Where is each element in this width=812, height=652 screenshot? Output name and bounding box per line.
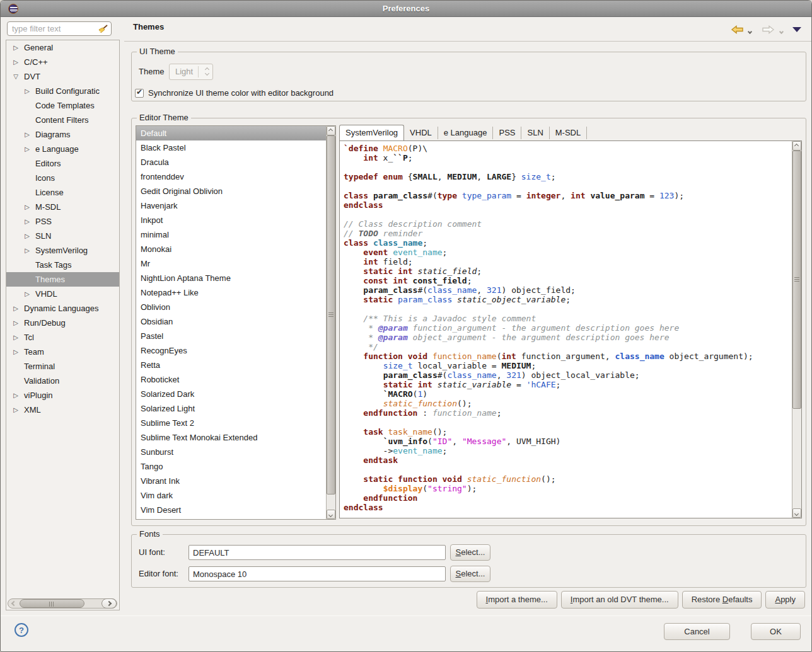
tree-item-c-c[interactable]: ▷C/C++: [6, 55, 119, 69]
theme-list-item-frontenddev[interactable]: frontenddev: [136, 169, 326, 184]
theme-list-item-black-pastel[interactable]: Black Pastel: [136, 140, 326, 155]
theme-list-item-dracula[interactable]: Dracula: [136, 155, 326, 169]
tree-item-general[interactable]: ▷General: [6, 40, 119, 55]
tab-systemverilog[interactable]: SystemVerilog: [339, 125, 404, 140]
expand-icon[interactable]: ▷: [23, 142, 32, 156]
expand-icon[interactable]: ▷: [11, 55, 20, 69]
tree-item-editors[interactable]: Editors: [6, 156, 119, 171]
expand-icon[interactable]: ▷: [11, 301, 20, 316]
scrollbar-thumb[interactable]: [20, 599, 84, 608]
tree-item-sln[interactable]: ▷SLN: [6, 229, 119, 243]
theme-list-item-sunburst[interactable]: Sunburst: [136, 445, 326, 459]
editor-font-select-button[interactable]: Select...: [450, 566, 490, 582]
clear-filter-brush-icon[interactable]: [97, 24, 108, 34]
tab-e-language[interactable]: e Language: [438, 127, 494, 139]
cancel-button[interactable]: Cancel: [664, 623, 730, 640]
apply-button[interactable]: Apply: [765, 591, 805, 609]
tab-sln[interactable]: SLN: [521, 127, 549, 139]
scroll-down-icon[interactable]: [327, 510, 335, 519]
expand-icon[interactable]: ▷: [23, 243, 32, 258]
back-history-dropdown-icon[interactable]: [748, 28, 751, 35]
theme-list-item-sublime-text-monokai-extended[interactable]: Sublime Text Monokai Extended: [136, 430, 326, 445]
collapse-icon[interactable]: ▽: [11, 69, 20, 84]
expand-icon[interactable]: ▷: [23, 287, 32, 301]
forward-icon[interactable]: [761, 23, 775, 36]
theme-list-item-notepad-like[interactable]: Notepad++ Like: [136, 285, 326, 300]
code-scrollbar[interactable]: [792, 141, 801, 518]
tree-item-content-filters[interactable]: Content Filters: [6, 113, 119, 127]
import-theme-button[interactable]: Import a theme...: [477, 591, 557, 609]
editor-font-input[interactable]: [188, 566, 446, 581]
tree-item-vhdl[interactable]: ▷VHDL: [6, 287, 119, 301]
expand-icon[interactable]: ▷: [23, 84, 32, 98]
scroll-up-icon[interactable]: [327, 126, 335, 135]
forward-history-dropdown-icon[interactable]: [780, 28, 783, 35]
scroll-right-icon[interactable]: [102, 598, 117, 609]
tab-vhdl[interactable]: VHDL: [404, 127, 438, 139]
view-menu-icon[interactable]: [792, 27, 801, 32]
theme-list-item-tango[interactable]: Tango: [136, 459, 326, 474]
tab-pss[interactable]: PSS: [493, 127, 521, 139]
theme-list-item-roboticket[interactable]: Roboticket: [136, 372, 326, 387]
theme-list-item-solarized-light[interactable]: Solarized Light: [136, 401, 326, 416]
theme-list-item-gedit-original-oblivion[interactable]: Gedit Original Oblivion: [136, 184, 326, 198]
expand-icon[interactable]: ▷: [23, 127, 32, 142]
expand-icon[interactable]: ▷: [11, 403, 20, 417]
theme-list-item-monokai[interactable]: Monokai: [136, 242, 326, 256]
titlebar[interactable]: Preferences: [1, 1, 811, 17]
expand-icon[interactable]: ▷: [23, 200, 32, 214]
scrollbar-thumb[interactable]: [792, 151, 801, 409]
import-old-dvt-theme-button[interactable]: Import an old DVT theme...: [561, 591, 678, 609]
expand-icon[interactable]: ▷: [11, 330, 20, 345]
expand-icon[interactable]: ▷: [11, 388, 20, 403]
tree-item-tcl[interactable]: ▷Tcl: [6, 330, 119, 345]
filter-input[interactable]: [11, 23, 93, 35]
ok-button[interactable]: OK: [751, 623, 801, 640]
help-button[interactable]: ?: [14, 623, 28, 637]
expand-icon[interactable]: ▷: [11, 40, 20, 55]
tree-item-terminal[interactable]: Terminal: [6, 359, 119, 374]
tree-item-m-sdl[interactable]: ▷M-SDL: [6, 200, 119, 214]
tree-item-themes[interactable]: Themes: [6, 272, 119, 287]
tree-item-dynamic-languages[interactable]: ▷Dynamic Languages: [6, 301, 119, 316]
theme-list-item-havenjark[interactable]: Havenjark: [136, 198, 326, 213]
tree-item-dvt[interactable]: ▽DVT: [6, 69, 119, 84]
tab-m-sdl[interactable]: M-SDL: [550, 127, 587, 139]
scroll-left-icon[interactable]: [9, 600, 20, 607]
expand-icon[interactable]: ▷: [11, 345, 20, 359]
theme-list-item-vibrant-ink[interactable]: Vibrant Ink: [136, 474, 326, 488]
expand-icon[interactable]: ▷: [23, 214, 32, 229]
theme-list-item-vim-desert[interactable]: Vim Desert: [136, 503, 326, 517]
scrollbar-thumb[interactable]: [327, 135, 335, 495]
expand-icon[interactable]: ▷: [11, 316, 20, 330]
theme-list-item-obsidian[interactable]: Obsidian: [136, 314, 326, 329]
restore-defaults-button[interactable]: Restore Defaults: [682, 591, 762, 609]
tree-item-systemverilog[interactable]: ▷SystemVerilog: [6, 243, 119, 258]
theme-list-item-pastel[interactable]: Pastel: [136, 329, 326, 343]
theme-list-item-default[interactable]: Default: [136, 126, 326, 140]
tree-item-license[interactable]: License: [6, 185, 119, 200]
tree-item-xml[interactable]: ▷XML: [6, 403, 119, 417]
ui-theme-combo[interactable]: Light: [169, 64, 213, 80]
code-preview-panel[interactable]: `define MACRO(P)\ int x_``P; typedef enu…: [339, 140, 802, 518]
tree-item-pss[interactable]: ▷PSS: [6, 214, 119, 229]
theme-list-item-inkpot[interactable]: Inkpot: [136, 213, 326, 227]
theme-list-item-nightlion-aptana-theme[interactable]: NightLion Aptana Theme: [136, 271, 326, 285]
tree-item-code-templates[interactable]: Code Templates: [6, 98, 119, 113]
theme-list-item-minimal[interactable]: minimal: [136, 227, 326, 242]
tree-item-team[interactable]: ▷Team: [6, 345, 119, 359]
scroll-down-icon[interactable]: [792, 508, 801, 518]
scroll-up-icon[interactable]: [792, 141, 801, 151]
tree-item-icons[interactable]: Icons: [6, 171, 119, 185]
theme-list-scrollbar[interactable]: [326, 126, 335, 519]
theme-list-item-mr[interactable]: Mr: [136, 256, 326, 271]
theme-list-item-recogneyes[interactable]: RecognEyes: [136, 343, 326, 358]
tree-item-viplugin[interactable]: ▷viPlugin: [6, 388, 119, 403]
tree-item-run-debug[interactable]: ▷Run/Debug: [6, 316, 119, 330]
theme-list-item-vim-dark[interactable]: Vim dark: [136, 488, 326, 503]
theme-list-item-sublime-text-2[interactable]: Sublime Text 2: [136, 416, 326, 430]
theme-list-item-retta[interactable]: Retta: [136, 358, 326, 372]
theme-list-item-solarized-dark[interactable]: Solarized Dark: [136, 387, 326, 401]
ui-font-input[interactable]: [188, 545, 446, 560]
tree-item-diagrams[interactable]: ▷Diagrams: [6, 127, 119, 142]
